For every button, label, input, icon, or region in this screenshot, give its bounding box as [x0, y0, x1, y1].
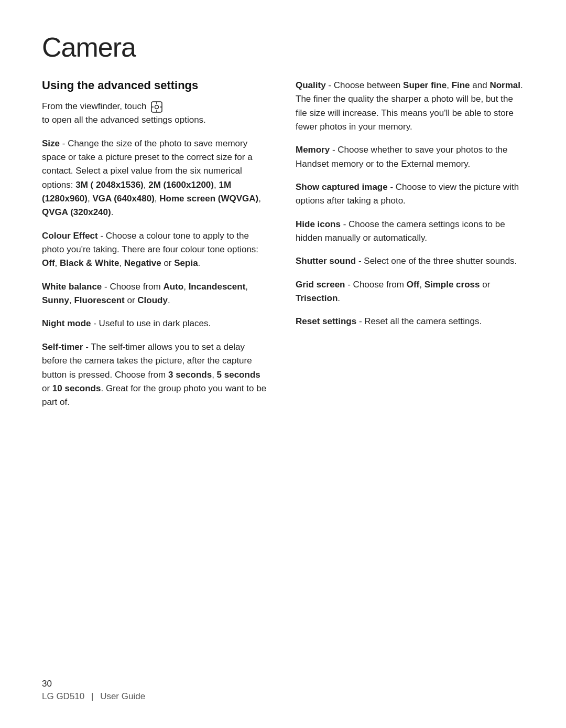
right-column: Quality - Choose between Super fine, Fin… [296, 79, 524, 338]
two-column-layout: Using the advanced settings From the vie… [42, 79, 524, 419]
page-number: 30 [42, 679, 524, 689]
intro-text: From the viewfinder, touch [42, 101, 146, 111]
entry-memory: Memory - Choose whether to save your pho… [296, 143, 524, 171]
entry-size: Size - Change the size of the photo to s… [42, 137, 270, 220]
left-column: Using the advanced settings From the vie… [42, 79, 270, 419]
footer: 30 LG GD510 | User Guide [42, 679, 524, 702]
guide-label: User Guide [100, 691, 145, 701]
entry-show-captured: Show captured image - Choose to view the… [296, 180, 524, 208]
footer-divider: | [89, 691, 96, 701]
svg-point-1 [155, 105, 159, 109]
intro-paragraph: From the viewfinder, touch to open all t… [42, 100, 270, 127]
page: Camera Using the advanced settings From … [0, 0, 566, 728]
entry-shutter-sound: Shutter sound - Select one of the three … [296, 254, 524, 268]
footer-brand-line: LG GD510 | User Guide [42, 691, 524, 702]
page-title: Camera [42, 31, 524, 63]
entry-hide-icons: Hide icons - Choose the camera settings … [296, 218, 524, 245]
brand-name: LG GD510 [42, 691, 84, 701]
entry-white-balance: White balance - Choose from Auto, Incand… [42, 280, 270, 308]
section-heading: Using the advanced settings [42, 79, 270, 92]
entry-reset-settings: Reset settings - Reset all the camera se… [296, 315, 524, 328]
entry-colour-effect: Colour Effect - Choose a colour tone to … [42, 229, 270, 271]
settings-icon [151, 101, 162, 113]
entry-grid-screen: Grid screen - Choose from Off, Simple cr… [296, 278, 524, 306]
entry-night-mode: Night mode - Useful to use in dark place… [42, 317, 270, 330]
entry-quality: Quality - Choose between Super fine, Fin… [296, 79, 524, 134]
entry-self-timer: Self-timer - The self-timer allows you t… [42, 340, 270, 410]
